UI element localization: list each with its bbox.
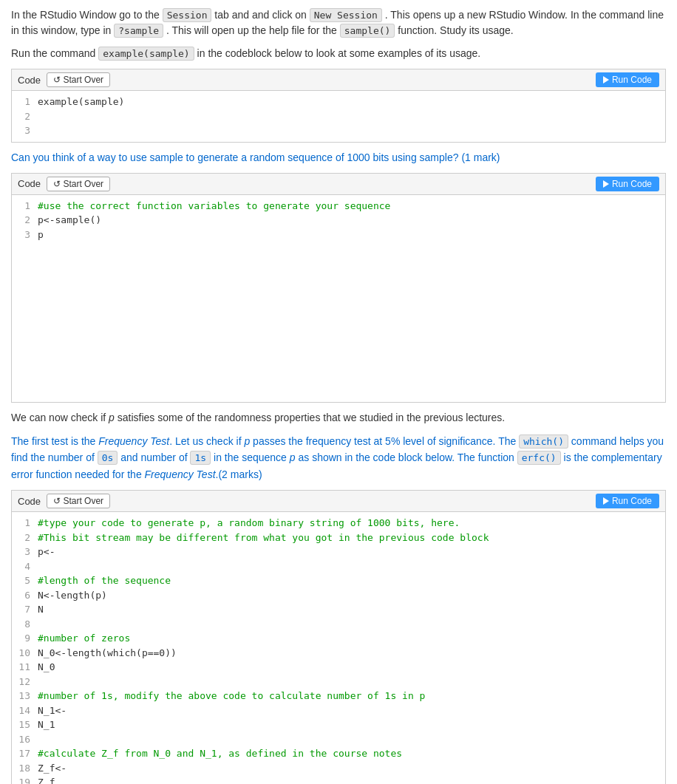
run-cmd-text1: Run the command — [11, 47, 98, 59]
zeros-code: 0s — [98, 451, 118, 465]
new-session-code: New Session — [310, 8, 382, 22]
frequency-paragraph: The first test is the Frequency Test. Le… — [11, 433, 666, 483]
run-code-btn-2[interactable]: Run Code — [596, 177, 659, 191]
codeblock-2: Code ↺ Start Over Run Code 1 #use the co… — [11, 173, 666, 403]
code-area-2[interactable]: 1 #use the correct function variables to… — [12, 195, 665, 402]
help-cmd-code: ?sample — [114, 24, 163, 38]
example-sample-code: example(sample) — [98, 47, 194, 61]
line-num: 3 — [16, 545, 30, 559]
code-line: 2 #This bit stream may be different from… — [12, 531, 665, 545]
line-num: 9 — [16, 631, 30, 646]
session-tab-code: Session — [163, 8, 212, 22]
code-line: 3 p<- — [12, 545, 665, 559]
question-1: Can you think of a way to use sample to … — [11, 150, 666, 166]
ones-code: 1s — [190, 451, 211, 465]
line-num: 3 — [16, 123, 30, 138]
play-icon-1 — [603, 76, 609, 83]
run-code-label-3: Run Code — [612, 496, 652, 506]
line-num: 14 — [16, 703, 30, 718]
line-num: 2 — [16, 109, 30, 124]
toolbar-left: Code ↺ Start Over — [18, 72, 110, 87]
toolbar-left-2: Code ↺ Start Over — [18, 177, 110, 191]
code-content: #number of 1s, modify the above code to … — [38, 689, 425, 703]
code-line: 10 N_0<-length(which(p==0)) — [12, 646, 665, 661]
code-content: N_0 — [38, 660, 55, 675]
line-num: 2 — [16, 531, 30, 545]
code-content: Z_f<- — [38, 761, 67, 776]
code-content: example(sample) — [38, 95, 124, 109]
code-line: 11 N_0 — [12, 660, 665, 675]
run-code-btn-1[interactable]: Run Code — [596, 72, 659, 87]
line-num: 15 — [16, 717, 30, 732]
run-code-label-2: Run Code — [612, 179, 652, 189]
code-content: #use the correct function variables to g… — [38, 199, 390, 214]
code-label-1: Code — [18, 75, 41, 86]
line-num: 4 — [16, 559, 30, 574]
line-num: 10 — [16, 646, 30, 661]
line-num: 3 — [16, 228, 30, 242]
toolbar-left-3: Code ↺ Start Over — [18, 494, 110, 508]
code-line: 12 — [12, 675, 665, 689]
codeblock-3-toolbar: Code ↺ Start Over Run Code — [12, 491, 665, 512]
line-num: 17 — [16, 746, 30, 761]
code-line: 1 #type your code to generate p, a rando… — [12, 516, 665, 531]
code-label-3: Code — [18, 496, 41, 507]
code-line: 1 example(sample) — [12, 95, 665, 109]
code-line: 17 #calculate Z_f from N_0 and N_1, as d… — [12, 746, 665, 761]
code-line: 19 Z_f — [12, 775, 665, 784]
code-content: N<-length(p) — [38, 588, 107, 603]
erfc-cmd-code: erfc() — [517, 451, 561, 465]
code-content: p<-sample() — [38, 213, 101, 228]
play-icon-2 — [603, 180, 609, 188]
line-num: 1 — [16, 199, 30, 214]
start-over-btn-1[interactable]: ↺ Start Over — [47, 72, 110, 87]
code-line: 2 p<-sample() — [12, 213, 665, 228]
line-num: 8 — [16, 617, 30, 632]
line-num: 1 — [16, 516, 30, 531]
line-num: 1 — [16, 95, 30, 109]
code-content: Z_f — [38, 775, 55, 784]
start-over-btn-3[interactable]: ↺ Start Over — [47, 494, 110, 508]
code-line: 1 #use the correct function variables to… — [12, 199, 665, 214]
codeblock-1-toolbar: Code ↺ Start Over Run Code — [12, 69, 665, 91]
run-code-label-1: Run Code — [612, 75, 652, 85]
code-line: 16 — [12, 732, 665, 747]
code-line: 5 #length of the sequence — [12, 573, 665, 588]
codeblock-2-toolbar: Code ↺ Start Over Run Code — [12, 174, 665, 195]
code-line: 9 #number of zeros — [12, 631, 665, 646]
p-variable: p — [109, 412, 115, 423]
run-command-paragraph: Run the command example(sample) in the c… — [11, 46, 666, 61]
code-line: 3 — [12, 123, 665, 138]
line-num: 6 — [16, 588, 30, 603]
code-line: 7 N — [12, 602, 665, 617]
code-area-3[interactable]: 1 #type your code to generate p, a rando… — [12, 512, 665, 784]
code-line: 8 — [12, 617, 665, 632]
p-italic-2: p — [290, 451, 296, 463]
intro-paragraph: In the RStudio Window go to the Session … — [11, 7, 666, 38]
line-num: 2 — [16, 213, 30, 228]
run-cmd-text2: in the codeblock below to look at some e… — [197, 47, 481, 59]
line-num: 13 — [16, 689, 30, 703]
line-num: 16 — [16, 732, 30, 747]
code-area-1[interactable]: 1 example(sample) 2 3 — [12, 91, 665, 142]
code-line: 18 Z_f<- — [12, 761, 665, 776]
run-code-btn-3[interactable]: Run Code — [596, 494, 659, 508]
start-over-btn-2[interactable]: ↺ Start Over — [47, 177, 110, 191]
middle-paragraph: We can now check if p satisfies some of … — [11, 410, 666, 426]
code-line: 2 — [12, 109, 665, 124]
code-line: 14 N_1<- — [12, 703, 665, 718]
code-content: #type your code to generate p, a random … — [38, 516, 460, 531]
codeblock-3: Code ↺ Start Over Run Code 1 #type your … — [11, 490, 666, 784]
code-line: 13 #number of 1s, modify the above code … — [12, 689, 665, 703]
sample-fn-code: sample() — [340, 24, 395, 38]
which-cmd-code: which() — [519, 434, 568, 449]
code-line: 15 N_1 — [12, 717, 665, 732]
code-content: p<- — [38, 545, 55, 559]
code-content: #number of zeros — [38, 631, 130, 646]
code-line: 3 p — [12, 228, 665, 242]
code-content: p — [38, 228, 44, 242]
line-num: 19 — [16, 775, 30, 784]
code-line: 6 N<-length(p) — [12, 588, 665, 603]
code-content: N_1<- — [38, 703, 67, 718]
code-content: N — [38, 602, 44, 617]
